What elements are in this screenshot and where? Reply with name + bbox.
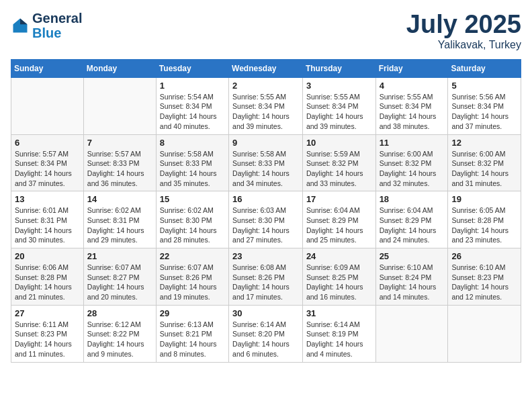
calendar-week-row: 27Sunrise: 6:11 AMSunset: 8:23 PMDayligh… <box>11 305 521 362</box>
day-number: 31 <box>306 308 372 318</box>
day-detail: Sunrise: 6:14 AMSunset: 8:20 PMDaylight:… <box>232 320 299 359</box>
calendar-day-cell: 15Sunrise: 6:02 AMSunset: 8:30 PMDayligh… <box>156 191 228 248</box>
day-number: 21 <box>87 251 152 261</box>
day-detail: Sunrise: 5:55 AMSunset: 8:34 PMDaylight:… <box>380 92 445 132</box>
calendar-day-cell: 21Sunrise: 6:07 AMSunset: 8:27 PMDayligh… <box>83 248 156 306</box>
calendar-body: 1Sunrise: 5:54 AMSunset: 8:34 PMDaylight… <box>11 77 521 362</box>
calendar-day-cell: 28Sunrise: 6:12 AMSunset: 8:22 PMDayligh… <box>83 305 156 362</box>
weekday-label: Sunday <box>11 59 84 77</box>
day-detail: Sunrise: 5:58 AMSunset: 8:33 PMDaylight:… <box>160 149 225 189</box>
day-detail: Sunrise: 6:08 AMSunset: 8:26 PMDaylight:… <box>232 263 299 302</box>
day-detail: Sunrise: 6:02 AMSunset: 8:31 PMDaylight:… <box>87 205 152 245</box>
calendar-day-cell: 30Sunrise: 6:14 AMSunset: 8:20 PMDayligh… <box>229 305 303 362</box>
page-header: General Blue July 2025 Yalikavak, Turkey <box>11 11 521 51</box>
day-number: 19 <box>451 194 517 204</box>
calendar-week-row: 1Sunrise: 5:54 AMSunset: 8:34 PMDaylight… <box>11 77 521 134</box>
location-title: Yalikavak, Turkey <box>406 39 521 51</box>
calendar-day-cell: 1Sunrise: 5:54 AMSunset: 8:34 PMDaylight… <box>156 77 228 134</box>
calendar-day-cell: 19Sunrise: 6:05 AMSunset: 8:28 PMDayligh… <box>448 191 521 248</box>
day-number: 28 <box>87 308 152 318</box>
calendar-day-cell: 14Sunrise: 6:02 AMSunset: 8:31 PMDayligh… <box>83 191 156 248</box>
calendar-week-row: 6Sunrise: 5:57 AMSunset: 8:34 PMDaylight… <box>11 134 521 191</box>
calendar-day-cell: 9Sunrise: 5:58 AMSunset: 8:33 PMDaylight… <box>229 134 303 191</box>
calendar-day-cell: 16Sunrise: 6:03 AMSunset: 8:30 PMDayligh… <box>229 191 303 248</box>
calendar-day-cell <box>448 305 521 362</box>
day-detail: Sunrise: 5:58 AMSunset: 8:33 PMDaylight:… <box>232 149 299 189</box>
day-detail: Sunrise: 6:14 AMSunset: 8:19 PMDaylight:… <box>306 320 372 359</box>
day-number: 7 <box>87 138 152 148</box>
day-number: 23 <box>232 251 299 261</box>
calendar-day-cell: 2Sunrise: 5:55 AMSunset: 8:34 PMDaylight… <box>229 77 303 134</box>
day-number: 5 <box>451 81 517 91</box>
calendar-day-cell: 24Sunrise: 6:09 AMSunset: 8:25 PMDayligh… <box>302 248 375 306</box>
weekday-label: Monday <box>83 59 156 77</box>
weekday-label: Friday <box>375 59 448 77</box>
calendar-day-cell: 10Sunrise: 5:59 AMSunset: 8:32 PMDayligh… <box>302 134 375 191</box>
day-detail: Sunrise: 6:07 AMSunset: 8:26 PMDaylight:… <box>160 263 225 302</box>
day-detail: Sunrise: 6:10 AMSunset: 8:24 PMDaylight:… <box>380 263 445 302</box>
weekday-label: Tuesday <box>156 59 228 77</box>
calendar-day-cell: 25Sunrise: 6:10 AMSunset: 8:24 PMDayligh… <box>375 248 448 306</box>
calendar-day-cell: 26Sunrise: 6:10 AMSunset: 8:23 PMDayligh… <box>448 248 521 306</box>
day-detail: Sunrise: 5:55 AMSunset: 8:34 PMDaylight:… <box>306 92 372 132</box>
day-number: 13 <box>15 194 80 204</box>
logo-icon <box>11 16 30 35</box>
weekday-label: Thursday <box>302 59 375 77</box>
title-block: July 2025 Yalikavak, Turkey <box>406 11 521 51</box>
day-number: 24 <box>306 251 372 261</box>
calendar-day-cell <box>375 305 448 362</box>
calendar-table: SundayMondayTuesdayWednesdayThursdayFrid… <box>11 59 521 363</box>
calendar-day-cell: 7Sunrise: 5:57 AMSunset: 8:33 PMDaylight… <box>83 134 156 191</box>
day-number: 14 <box>87 194 152 204</box>
day-detail: Sunrise: 6:04 AMSunset: 8:29 PMDaylight:… <box>380 205 445 245</box>
day-number: 18 <box>380 194 445 204</box>
day-number: 17 <box>306 194 372 204</box>
calendar-day-cell: 6Sunrise: 5:57 AMSunset: 8:34 PMDaylight… <box>11 134 84 191</box>
day-detail: Sunrise: 6:03 AMSunset: 8:30 PMDaylight:… <box>232 205 299 245</box>
day-number: 9 <box>232 138 299 148</box>
calendar-day-cell <box>83 77 156 134</box>
calendar-day-cell: 5Sunrise: 5:56 AMSunset: 8:34 PMDaylight… <box>448 77 521 134</box>
day-detail: Sunrise: 5:57 AMSunset: 8:33 PMDaylight:… <box>87 149 152 189</box>
calendar-day-cell: 17Sunrise: 6:04 AMSunset: 8:29 PMDayligh… <box>302 191 375 248</box>
weekday-label: Wednesday <box>229 59 303 77</box>
day-number: 3 <box>306 81 372 91</box>
day-detail: Sunrise: 6:00 AMSunset: 8:32 PMDaylight:… <box>380 149 445 189</box>
day-number: 15 <box>160 194 225 204</box>
day-detail: Sunrise: 6:01 AMSunset: 8:31 PMDaylight:… <box>15 205 80 245</box>
day-detail: Sunrise: 6:09 AMSunset: 8:25 PMDaylight:… <box>306 263 372 302</box>
calendar-day-cell: 4Sunrise: 5:55 AMSunset: 8:34 PMDaylight… <box>375 77 448 134</box>
calendar-day-cell: 18Sunrise: 6:04 AMSunset: 8:29 PMDayligh… <box>375 191 448 248</box>
day-number: 30 <box>232 308 299 318</box>
day-number: 20 <box>15 251 80 261</box>
calendar-day-cell: 22Sunrise: 6:07 AMSunset: 8:26 PMDayligh… <box>156 248 228 306</box>
logo: General Blue <box>11 11 82 40</box>
calendar-day-cell: 3Sunrise: 5:55 AMSunset: 8:34 PMDaylight… <box>302 77 375 134</box>
day-number: 25 <box>380 251 445 261</box>
day-number: 29 <box>160 308 225 318</box>
day-detail: Sunrise: 6:06 AMSunset: 8:28 PMDaylight:… <box>15 263 80 302</box>
svg-marker-1 <box>20 19 28 25</box>
calendar-day-cell: 13Sunrise: 6:01 AMSunset: 8:31 PMDayligh… <box>11 191 84 248</box>
day-detail: Sunrise: 6:00 AMSunset: 8:32 PMDaylight:… <box>451 149 517 189</box>
day-number: 26 <box>451 251 517 261</box>
day-number: 22 <box>160 251 225 261</box>
calendar-week-row: 20Sunrise: 6:06 AMSunset: 8:28 PMDayligh… <box>11 248 521 306</box>
day-number: 11 <box>380 138 445 148</box>
day-number: 1 <box>160 81 225 91</box>
day-detail: Sunrise: 6:13 AMSunset: 8:21 PMDaylight:… <box>160 320 225 359</box>
calendar-day-cell: 31Sunrise: 6:14 AMSunset: 8:19 PMDayligh… <box>302 305 375 362</box>
day-number: 6 <box>15 138 80 148</box>
day-detail: Sunrise: 6:04 AMSunset: 8:29 PMDaylight:… <box>306 205 372 245</box>
day-detail: Sunrise: 5:56 AMSunset: 8:34 PMDaylight:… <box>451 92 517 132</box>
calendar-day-cell: 27Sunrise: 6:11 AMSunset: 8:23 PMDayligh… <box>11 305 84 362</box>
month-title: July 2025 <box>406 11 521 39</box>
day-detail: Sunrise: 6:11 AMSunset: 8:23 PMDaylight:… <box>15 320 80 359</box>
calendar-week-row: 13Sunrise: 6:01 AMSunset: 8:31 PMDayligh… <box>11 191 521 248</box>
day-detail: Sunrise: 6:07 AMSunset: 8:27 PMDaylight:… <box>87 263 152 302</box>
day-number: 10 <box>306 138 372 148</box>
day-number: 2 <box>232 81 299 91</box>
day-detail: Sunrise: 6:12 AMSunset: 8:22 PMDaylight:… <box>87 320 152 359</box>
day-number: 16 <box>232 194 299 204</box>
weekday-header-row: SundayMondayTuesdayWednesdayThursdayFrid… <box>11 59 521 77</box>
